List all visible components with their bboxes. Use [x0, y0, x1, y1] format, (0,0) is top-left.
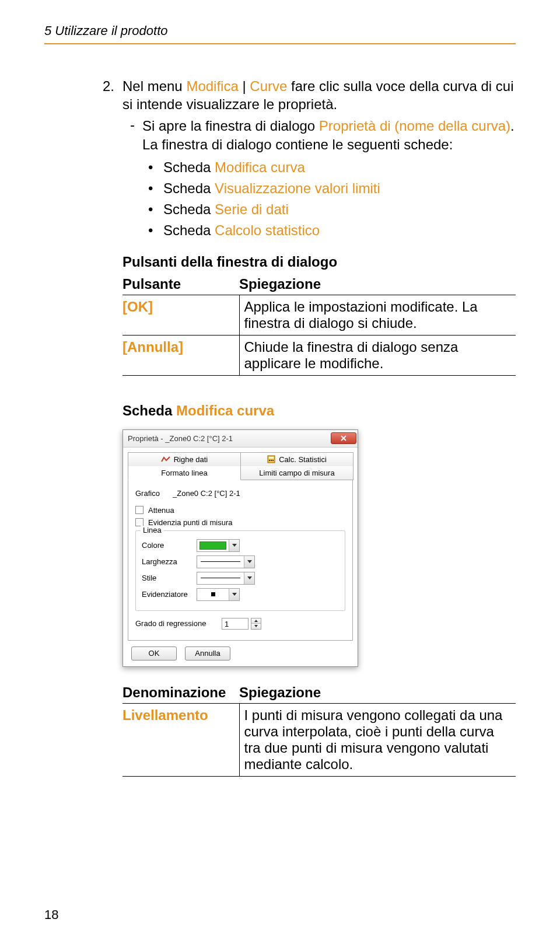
chevron-down-icon [229, 540, 239, 551]
stile-label: Stile [142, 574, 192, 582]
cell-ok-desc: Applica le impostazioni modificate. La f… [239, 295, 516, 335]
table-row: Livellamento I punti di misura vengono c… [123, 703, 516, 776]
header-rule [44, 43, 516, 44]
close-icon [340, 435, 347, 442]
th-pulsante: Pulsante [123, 274, 239, 295]
color-swatch [200, 541, 226, 550]
section2-head: Scheda Modifica curva [123, 403, 516, 419]
chevron-down-icon [229, 589, 239, 600]
page-number: 18 [44, 907, 58, 922]
spinner-buttons[interactable] [251, 618, 261, 630]
cell-annulla: [Annulla] [123, 335, 239, 375]
scheda-item: Scheda Modifica curva [148, 157, 516, 178]
cell-ok: [OK] [123, 295, 239, 335]
scheda-item: Scheda Serie di dati [148, 199, 516, 220]
svg-rect-1 [269, 457, 274, 459]
attenua-checkbox[interactable] [135, 506, 144, 514]
colore-combo[interactable] [197, 539, 240, 552]
attenua-label: Attenua [148, 506, 174, 515]
cell-annulla-desc: Chiude la finestra di dialogo senza appl… [239, 335, 516, 375]
table-row: [OK] Applica le impostazioni modificate.… [123, 295, 516, 335]
th-spiegazione: Spiegazione [239, 274, 516, 295]
marker-preview [197, 592, 229, 596]
line-style-preview [201, 578, 240, 578]
menu-sep: | [239, 78, 250, 94]
grafico-label: Grafico [135, 489, 168, 498]
svg-rect-3 [271, 460, 272, 461]
step-text: Nel menu Modifica | Curve fare clic sull… [123, 77, 516, 113]
result-text: Si apre la finestra di dialogo Proprietà… [142, 117, 516, 153]
tab-calc-statistici[interactable]: Calc. Statistici [240, 452, 354, 467]
table-row: [Annulla] Chiude la finestra di dialogo … [123, 335, 516, 375]
line-width-preview [201, 561, 240, 562]
tab-righe-dati[interactable]: Righe dati [128, 452, 241, 467]
cell-livellamento: Livellamento [123, 703, 239, 776]
regressione-spinner[interactable]: 1 [222, 618, 261, 630]
zigzag-icon [161, 456, 170, 463]
result-dash: - [123, 117, 142, 153]
colore-label: Colore [142, 541, 192, 550]
evidenziatore-combo[interactable] [197, 588, 240, 601]
tab-row-2: Formato linea Limiti campo di misura [128, 466, 353, 480]
calc-icon [267, 455, 275, 463]
linea-group-legend: Linea [141, 526, 164, 534]
close-button[interactable] [331, 432, 356, 444]
menu-curve: Curve [250, 78, 287, 94]
chevron-down-icon [244, 572, 254, 584]
tab-formato-linea[interactable]: Formato linea [128, 466, 241, 480]
scheda-item: Scheda Calcolo statistico [148, 220, 516, 241]
th-spiegazione2: Spiegazione [239, 682, 516, 704]
dialog-titlebar: Proprietà - _Zone0 C:2 [°C] 2-1 [123, 430, 358, 448]
regressione-value[interactable]: 1 [222, 618, 249, 630]
tab-panel-formato: Grafico _Zone0 C:2 [°C] 2-1 Attenua Evid… [128, 480, 353, 641]
regressione-label: Grado di regressione [135, 619, 217, 628]
scheda-item: Scheda Visualizzazione valori limiti [148, 178, 516, 199]
tab-limiti-campo[interactable]: Limiti campo di misura [240, 466, 354, 480]
menu-modifica: Modifica [186, 78, 238, 94]
pulsanti-table: Pulsante Spiegazione [OK] Applica le imp… [123, 274, 516, 376]
step-text-lead: Nel menu [123, 78, 186, 94]
dialog-name: Proprietà di (nome della curva) [319, 118, 510, 134]
properties-dialog: Proprietà - _Zone0 C:2 [°C] 2-1 Righe da… [123, 429, 358, 667]
svg-rect-0 [268, 456, 275, 463]
th-denominazione: Denominazione [123, 682, 239, 704]
tab-label: Limiti campo di misura [259, 469, 334, 477]
table1-caption: Pulsanti della finestra di dialogo [123, 254, 516, 270]
cell-livellamento-desc: I punti di misura vengono collegati da u… [239, 703, 516, 776]
grafico-value: _Zone0 C:2 [°C] 2-1 [173, 489, 345, 498]
chevron-down-icon [244, 556, 254, 568]
svg-rect-4 [272, 460, 274, 461]
ok-button[interactable]: OK [131, 647, 177, 661]
evidenziatore-label: Evidenziatore [142, 590, 192, 599]
tab-row-1: Righe dati Calc. Statistici [128, 452, 353, 467]
page-header: 5 Utilizzare il prodotto [44, 23, 516, 39]
larghezza-combo[interactable] [197, 555, 255, 568]
result-lead: Si apre la finestra di dialogo [142, 118, 319, 134]
svg-rect-2 [269, 460, 270, 461]
larghezza-label: Larghezza [142, 557, 192, 566]
tab-label: Calc. Statistici [279, 455, 327, 464]
annulla-button[interactable]: Annulla [185, 647, 230, 661]
schede-list: Scheda Modifica curva Scheda Visualizzaz… [123, 157, 516, 241]
linea-group: Linea Colore Larghezza [135, 530, 345, 611]
spinner-down-icon[interactable] [251, 624, 261, 629]
tab-label: Formato linea [161, 469, 207, 477]
spinner-up-icon[interactable] [251, 618, 261, 624]
denominazione-table: Denominazione Spiegazione Livellamento I… [123, 682, 516, 777]
tab-label: Righe dati [174, 455, 208, 464]
dialog-title: Proprietà - _Zone0 C:2 [°C] 2-1 [128, 434, 233, 443]
stile-combo[interactable] [197, 572, 255, 585]
step-number: 2. [103, 77, 123, 113]
